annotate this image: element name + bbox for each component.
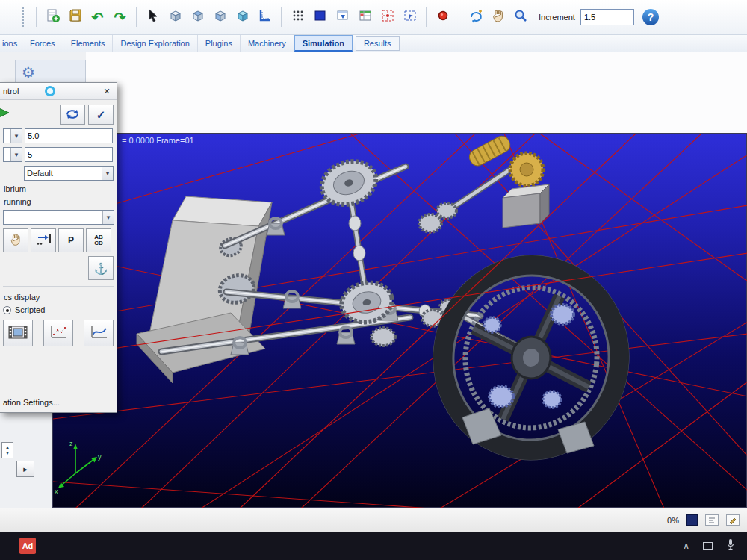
spin-down-icon: ▾	[6, 450, 9, 456]
undo-button[interactable]: ↶	[87, 7, 108, 28]
tab-results[interactable]: Results	[356, 36, 400, 51]
zoom-view-button[interactable]	[510, 7, 530, 28]
scripted-label: Scripted	[15, 305, 45, 314]
view-cube-front-button[interactable]	[165, 7, 185, 28]
step-forward-button[interactable]	[31, 228, 56, 252]
end-time-mode-combo[interactable]: ▾	[3, 128, 22, 143]
view-cube-shaded-button[interactable]	[232, 7, 252, 28]
spin-up-icon: ▴	[6, 444, 9, 450]
tab-elements[interactable]: Elements	[63, 35, 114, 52]
anchor-button[interactable]: ⚓	[88, 256, 114, 280]
toolbar-separator	[136, 7, 137, 27]
os-taskbar: Ad ∧	[0, 532, 747, 560]
toolbar-grip[interactable]	[22, 7, 25, 27]
interactive-hand-button[interactable]	[3, 228, 28, 252]
sim-type-select[interactable]: Default ▾	[24, 166, 114, 181]
working-grid-button[interactable]	[255, 7, 275, 28]
cursor-icon	[146, 8, 160, 26]
increment-input[interactable]	[580, 9, 634, 25]
taskbar-app-button[interactable]: Ad	[19, 538, 36, 554]
end-time-input[interactable]	[25, 128, 113, 143]
redo-icon: ↷	[114, 10, 126, 25]
log-icon[interactable]	[705, 514, 719, 526]
tab-motions[interactable]: ions	[0, 35, 22, 52]
parameters-button[interactable]: P	[58, 228, 84, 252]
play-button-partial[interactable]	[0, 105, 9, 121]
window-arrow-icon	[335, 8, 350, 26]
dialog-divider	[3, 286, 114, 287]
gear-icon: ⚙	[22, 65, 35, 80]
empty-combo[interactable]: ▾	[3, 210, 114, 225]
viewport-3d[interactable]: z y x = 0.0000 Frame=01	[52, 133, 747, 508]
view-cube-top-button[interactable]	[187, 7, 208, 28]
blue-square-icon	[313, 8, 328, 26]
view-window-button[interactable]	[332, 7, 353, 28]
tab-simulation[interactable]: Simulation	[294, 35, 353, 52]
steps-input[interactable]	[25, 147, 113, 162]
simulation-control-dialog: ntrol × ✓ ▾ ▾ Default	[0, 82, 117, 413]
model-swatch-icon[interactable]	[686, 514, 698, 526]
new-model-button[interactable]	[43, 7, 63, 28]
point-grid-button[interactable]	[288, 7, 308, 28]
simulation-settings-button[interactable]: ation Settings...	[3, 393, 114, 407]
toolbar-separator	[426, 7, 427, 27]
cube-top-icon	[190, 8, 205, 26]
color-table-button[interactable]	[355, 7, 375, 28]
reset-simulation-button[interactable]	[60, 105, 85, 125]
pen-icon[interactable]	[726, 514, 740, 526]
plot-curve-button[interactable]	[84, 320, 114, 346]
sim-type-value: Default	[27, 169, 53, 178]
check-icon: ✓	[96, 108, 106, 122]
pan-view-button[interactable]	[488, 7, 508, 28]
expand-arrow-button[interactable]: ▸	[16, 461, 34, 477]
color-table-icon	[358, 8, 373, 26]
hand-icon	[10, 233, 22, 248]
ribbon-tabbar: ions Forces Elements Design Exploration …	[0, 35, 747, 52]
tab-plugins[interactable]: Plugins	[198, 35, 241, 52]
increment-label: Increment	[539, 13, 575, 22]
select-cursor-button[interactable]	[143, 7, 163, 28]
view-cube-side-button[interactable]	[210, 7, 230, 28]
settings-panel[interactable]: ⚙	[15, 60, 86, 85]
mini-spinner[interactable]: ▴ ▾	[1, 442, 13, 458]
axis-triad: z y x	[55, 440, 102, 495]
chevron-down-icon: ▾	[102, 211, 114, 224]
tab-machinery[interactable]: Machinery	[241, 35, 294, 52]
status-dot-icon	[45, 86, 55, 96]
ad-label: Ad	[22, 541, 34, 550]
save-button[interactable]	[65, 7, 85, 28]
microphone-icon[interactable]	[726, 538, 735, 553]
dashed-red-box-icon	[380, 8, 395, 26]
select-marquee-button[interactable]	[400, 7, 420, 28]
chevron-up-icon[interactable]: ∧	[683, 541, 689, 551]
toolbar-separator	[459, 7, 459, 27]
animation-button[interactable]	[3, 320, 33, 346]
status-bar: 0%	[0, 508, 747, 532]
screen-share-icon[interactable]	[703, 542, 713, 550]
graphics-display-label: cs display	[3, 293, 114, 302]
cube-side-icon	[213, 8, 228, 26]
dialog-close-button[interactable]: ×	[100, 85, 114, 98]
center-marker-button[interactable]	[433, 7, 453, 28]
time-frame-label: = 0.0000 Frame=01	[122, 136, 194, 145]
tab-design-exploration[interactable]: Design Exploration	[113, 35, 197, 52]
plot-points-button[interactable]	[43, 320, 73, 346]
rotate-view-button[interactable]	[465, 7, 486, 28]
curve-plot-icon	[89, 324, 108, 342]
tab-forces[interactable]: Forces	[22, 35, 63, 52]
zoom-area-button[interactable]	[377, 7, 397, 28]
steps-mode-combo[interactable]: ▾	[3, 147, 22, 162]
scripted-radio[interactable]	[3, 306, 11, 314]
dialog-titlebar[interactable]: ntrol ×	[0, 83, 117, 100]
verify-button[interactable]: ✓	[88, 105, 114, 125]
redo-button[interactable]: ↷	[110, 7, 130, 28]
scatter-plot-icon	[49, 324, 68, 342]
help-button[interactable]: ?	[642, 9, 659, 25]
solid-render-button[interactable]	[310, 7, 330, 28]
toolbar-separator	[281, 7, 282, 27]
dialog-body: ✓ ▾ ▾ Default ▾ ibrium running ▾	[0, 100, 117, 413]
axis-y-label: y	[98, 453, 102, 461]
progress-percent: 0%	[667, 516, 679, 525]
new-file-icon	[46, 8, 61, 26]
abcd-matrix-button[interactable]: AB CD	[86, 228, 111, 252]
